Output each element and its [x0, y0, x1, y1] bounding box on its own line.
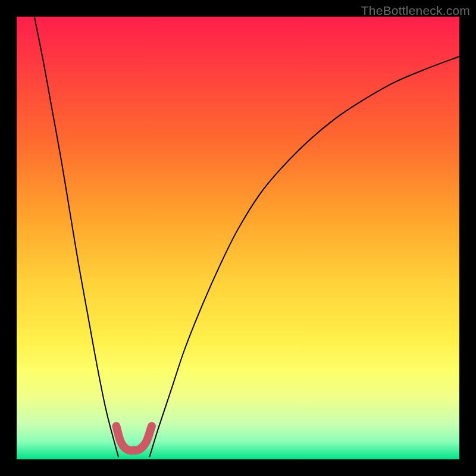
curve-layer	[17, 17, 459, 459]
left-descent-path	[35, 17, 118, 457]
valley-highlight-path	[116, 426, 152, 450]
watermark-text: TheBottleneck.com	[361, 4, 470, 18]
plot-area	[17, 17, 459, 459]
chart-frame	[17, 17, 459, 459]
right-ascent-path	[149, 57, 459, 457]
